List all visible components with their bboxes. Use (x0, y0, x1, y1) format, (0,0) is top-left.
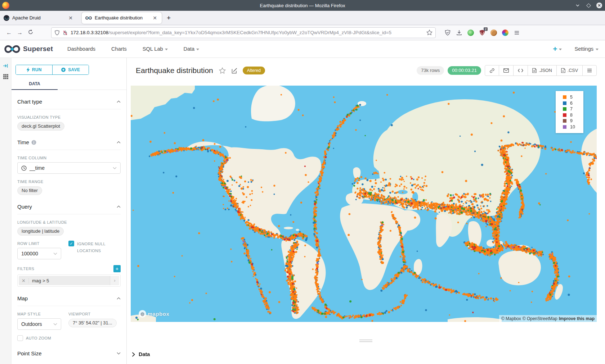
close-icon[interactable]: ✕ (596, 3, 602, 8)
lonlat-label: LONGITUDE & LATITUDE (17, 220, 121, 224)
add-filter-button[interactable]: + (113, 265, 121, 272)
edit-pencil-icon[interactable] (232, 68, 238, 74)
menu-button[interactable] (583, 65, 596, 76)
filter-item[interactable]: ✕ mag > 5 › (17, 274, 121, 287)
legend-item: 8 (563, 112, 583, 118)
nav-item-data[interactable]: Data (184, 46, 200, 52)
lonlat-pill[interactable]: longitude | latitude (17, 227, 64, 236)
viewport-pill[interactable]: 7° 35' 54.02" | 31... (68, 319, 117, 327)
reload-icon[interactable] (25, 29, 36, 36)
viz-type-pill[interactable]: deck.gl Scatterplot (17, 122, 64, 131)
forward-icon[interactable]: → (14, 29, 25, 36)
nav-item-dashboards[interactable]: Dashboards (67, 46, 95, 52)
pocket-shield-icon[interactable] (444, 29, 451, 36)
back-icon[interactable]: ← (4, 29, 14, 36)
section-chart-type[interactable]: Chart type (17, 90, 121, 109)
add-new-button[interactable]: + (553, 45, 561, 53)
attrib-improve-link[interactable]: Improve this map (559, 316, 595, 321)
map-legend: 5678910 (556, 91, 583, 133)
ignore-null-label-2: LOCATIONS (77, 249, 101, 253)
minimize-icon[interactable] (575, 3, 581, 8)
url-host: 172.18.0.3:32108 (71, 30, 108, 35)
clock-icon (21, 165, 27, 171)
auto-zoom-checkbox[interactable] (17, 335, 23, 341)
nav-item-charts[interactable]: Charts (111, 46, 127, 52)
datasource-grid-icon[interactable] (3, 74, 9, 79)
remove-filter-icon[interactable]: ✕ (19, 278, 29, 283)
cookie-extension-icon[interactable] (490, 29, 497, 36)
embed-button[interactable] (514, 65, 528, 76)
section-title: Chart type (17, 99, 42, 105)
scatter-canvas[interactable] (131, 86, 597, 322)
maximize-icon[interactable] (586, 3, 591, 8)
tracking-shield-icon[interactable] (54, 30, 60, 36)
map-style-select[interactable]: Outdoors (17, 318, 61, 330)
chevron-up-icon (117, 100, 121, 103)
favorite-star-icon[interactable] (219, 67, 226, 74)
bookmark-star-icon[interactable] (426, 29, 433, 36)
section-query[interactable]: Query (17, 195, 121, 214)
viewport-label: VIEWPORT (68, 312, 121, 316)
legend-item: 7 (563, 106, 583, 112)
panel-tabs: DATA (12, 80, 126, 90)
window-title: Earthquake distribution — Mozilla Firefo… (0, 3, 605, 8)
link-button[interactable] (485, 65, 499, 76)
extension-ublock-icon[interactable]: 2 (479, 29, 485, 36)
extension-badge: 2 (484, 27, 488, 31)
ignore-null-checkbox[interactable]: ✓ (68, 241, 74, 246)
tab-earthquake-distribution[interactable]: Earthquake distribution ✕ (82, 12, 162, 24)
section-title: Time (17, 139, 29, 145)
attrib-osm-link[interactable]: © OpenStreetMap (523, 316, 557, 321)
settings-label: Settings (575, 46, 593, 52)
chevron-down-icon (113, 167, 117, 169)
attrib-mapbox-link[interactable]: © Mapbox (501, 316, 521, 321)
legend-item: 6 (563, 100, 583, 106)
altered-badge[interactable]: Altered (243, 67, 265, 74)
chevron-down-icon (53, 323, 57, 326)
row-limit-select[interactable]: 100000 (17, 248, 61, 259)
chart-title: Earthquake distribution (136, 66, 213, 75)
url-input[interactable]: 172.18.0.3:32108 /superset/explore/?form… (51, 27, 436, 38)
ignore-null-label: IGNORE NULL (77, 242, 106, 246)
save-button[interactable]: SAVE (52, 65, 89, 74)
section-time[interactable]: Time (17, 131, 121, 150)
insecure-lock-icon[interactable] (63, 30, 68, 36)
section-map[interactable]: Map (17, 287, 121, 306)
brand-name: Superset (23, 45, 53, 53)
tab-data[interactable]: DATA (12, 80, 58, 90)
new-tab-icon[interactable]: + (167, 14, 171, 22)
legend-label: 5 (570, 95, 573, 100)
druid-icon (4, 15, 9, 21)
extension-green-icon[interactable] (467, 29, 474, 36)
email-button[interactable] (499, 65, 514, 76)
json-file-button[interactable]: .JSON (528, 65, 557, 76)
nav-menu: DashboardsChartsSQL LabData (67, 46, 199, 52)
csv-file-button[interactable]: .CSV (557, 65, 583, 76)
data-panel-label: Data (139, 351, 150, 357)
mapbox-logo-text: mapbox (148, 311, 170, 317)
deckgl-map[interactable]: 5678910 ◍ mapbox © Mapbox © OpenStreetMa… (131, 86, 597, 322)
time-column-select[interactable]: __time (17, 162, 121, 174)
settings-menu[interactable]: Settings (575, 46, 599, 52)
tab-apache-druid[interactable]: Apache Druid ✕ (0, 12, 77, 24)
time-range-pill[interactable]: No filter (17, 186, 42, 195)
expand-panel-icon[interactable] (3, 63, 9, 69)
tab-close-icon[interactable]: ✕ (67, 15, 74, 21)
filter-expand-icon[interactable]: › (110, 276, 119, 285)
superset-brand[interactable]: Superset (4, 45, 53, 53)
colorful-extension-icon[interactable] (502, 29, 508, 36)
tab-close-icon[interactable]: ✕ (152, 15, 158, 21)
tab-bar: Apache Druid ✕ Earthquake distribution ✕… (0, 11, 605, 25)
section-point-size[interactable]: Point Size (17, 342, 121, 361)
resize-handle[interactable] (359, 340, 372, 343)
plus-icon: + (553, 45, 557, 53)
chevron-down-icon (559, 49, 562, 50)
control-panel: RUN SAVE DATA Chart type VISUALIZATION T… (12, 58, 127, 364)
nav-item-sql-lab[interactable]: SQL Lab (143, 46, 168, 52)
data-panel-toggle[interactable]: Data (132, 351, 150, 357)
download-icon[interactable] (456, 29, 462, 36)
superset-icon (85, 16, 92, 20)
mapbox-logo[interactable]: ◍ mapbox (139, 310, 170, 318)
hamburger-menu-icon[interactable] (514, 29, 520, 36)
run-button[interactable]: RUN (16, 65, 52, 74)
